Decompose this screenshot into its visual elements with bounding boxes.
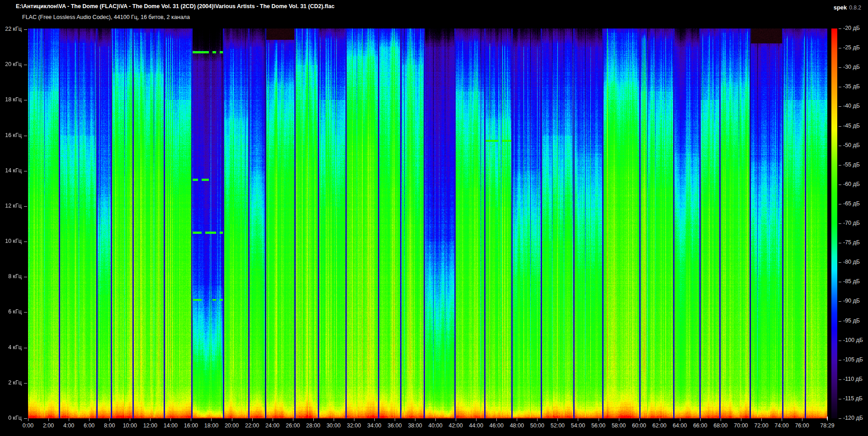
app-name: spek [834,4,847,11]
db-tick-mark [839,165,841,166]
time-tick-mark [170,418,171,421]
db-tick-label: -90 дБ [843,298,860,304]
time-tick-mark [456,418,456,421]
time-tick-mark [557,418,558,421]
time-tick-mark [150,418,151,421]
db-tick-label: -105 дБ [843,356,863,363]
time-tick-mark [354,418,354,421]
db-tick-label: -20 дБ [843,25,860,31]
time-tick-mark [395,418,395,421]
time-tick-mark [619,418,619,421]
db-tick-label: -60 дБ [843,181,860,187]
db-tick-label: -85 дБ [843,278,860,284]
time-tick-label: 76:00 [788,422,816,429]
time-tick-mark [313,418,314,421]
db-tick-label: -80 дБ [843,259,860,265]
db-tick-mark [839,185,841,185]
db-tick-label: -110 дБ [843,376,863,382]
file-info: FLAC (Free Lossless Audio Codec), 44100 … [22,14,190,20]
time-tick-mark [273,418,273,421]
time-tick-mark [578,418,578,421]
time-tick-mark [599,418,599,421]
db-tick-label: -115 дБ [843,395,863,402]
app-version: 0.8.2 [849,5,861,11]
db-tick-mark [839,282,841,282]
plot-corner-mark [827,417,828,420]
time-tick-mark [48,418,49,421]
time-tick-mark [252,418,253,421]
db-tick-label: -65 дБ [843,200,860,207]
db-tick-mark [839,360,841,360]
freq-tick-label: 16 кГц [0,132,22,138]
db-tick-mark [839,48,841,48]
spectrogram-canvas [28,28,827,418]
db-tick-label: -30 дБ [843,64,860,70]
freq-tick-label: 0 кГц [0,415,22,421]
time-tick-mark [496,418,497,421]
db-tick-mark [839,262,841,263]
db-tick-mark [839,341,841,341]
freq-tick-label: 22 кГц [0,26,22,32]
time-tick-mark [761,418,762,421]
db-tick-mark [839,106,841,107]
time-tick-mark [435,418,436,421]
db-tick-label: -120 дБ [843,415,863,421]
time-tick-mark [415,418,415,421]
time-tick-mark [191,418,191,421]
freq-tick-label: 10 кГц [0,238,22,244]
time-tick-mark [802,418,802,421]
freq-tick-mark [24,242,27,242]
time-tick-mark [517,418,517,421]
db-tick-mark [839,146,841,146]
db-tick-label: -50 дБ [843,142,860,148]
time-tick-mark [374,418,375,421]
time-tick-mark [211,418,212,421]
db-tick-label: -40 дБ [843,103,860,109]
db-tick-mark [839,399,841,399]
time-tick-mark [639,418,640,421]
db-tick-mark [839,67,841,68]
db-tick-label: -35 дБ [843,83,860,90]
time-tick-label: 78:29 [814,422,841,429]
db-tick-mark [839,204,841,204]
freq-tick-label: 18 кГц [0,96,22,103]
db-tick-label: -45 дБ [843,123,860,129]
db-colorbar [831,28,837,418]
freq-tick-mark [24,29,27,30]
freq-tick-label: 20 кГц [0,61,22,67]
time-tick-mark [293,418,293,421]
freq-tick-mark [24,206,27,207]
time-tick-mark [69,418,69,421]
db-tick-label: -95 дБ [843,318,860,324]
freq-tick-mark [24,383,27,384]
file-path: E:\Антициклон\VA - The Dome (FLAC)\VA - … [16,3,335,9]
db-tick-label: -100 дБ [843,337,863,343]
freq-tick-mark [24,348,27,348]
db-tick-mark [839,301,841,302]
time-tick-mark [660,418,660,421]
time-tick-mark [89,418,90,421]
time-tick-mark [700,418,701,421]
db-tick-mark [839,87,841,87]
time-tick-mark [721,418,721,421]
time-tick-mark [741,418,741,421]
time-tick-mark [476,418,476,421]
db-tick-mark [839,223,841,224]
db-tick-mark [839,126,841,127]
db-tick-mark [839,243,841,243]
freq-tick-label: 6 кГц [0,308,22,315]
freq-tick-mark [24,277,27,277]
time-tick-mark [537,418,538,421]
time-tick-mark [232,418,232,421]
freq-tick-mark [24,100,27,100]
db-tick-label: -25 дБ [843,44,860,51]
freq-tick-mark [24,171,27,171]
time-tick-mark [109,418,110,421]
freq-tick-mark [24,418,27,419]
freq-tick-label: 4 кГц [0,344,22,351]
db-tick-label: -75 дБ [843,239,860,246]
freq-tick-mark [24,65,27,65]
time-tick-mark [28,418,28,421]
freq-tick-mark [24,136,27,136]
freq-tick-label: 2 кГц [0,379,22,386]
